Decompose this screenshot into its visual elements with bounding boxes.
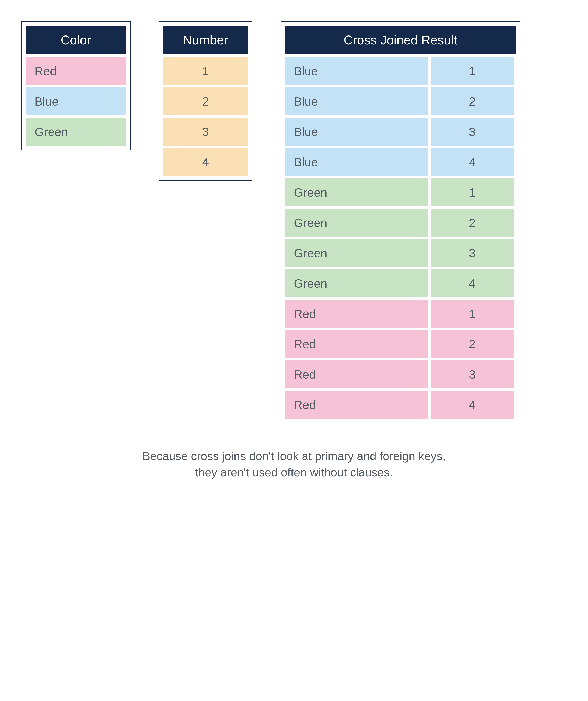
result-color-cell: Green	[285, 239, 428, 267]
number-row: 3	[163, 118, 248, 146]
caption: Because cross joins don't look at primar…	[21, 448, 567, 481]
result-row: Green3	[285, 239, 516, 267]
result-color-cell: Blue	[285, 118, 428, 146]
result-number-cell: 1	[431, 300, 514, 328]
result-row: Red3	[285, 361, 516, 388]
result-color-cell: Blue	[285, 148, 428, 176]
result-number-cell: 4	[431, 269, 514, 297]
result-color-cell: Red	[285, 361, 428, 388]
result-number-cell: 3	[431, 239, 514, 267]
result-number-cell: 4	[431, 391, 514, 419]
result-row: Green2	[285, 209, 516, 237]
result-color-cell: Red	[285, 391, 428, 419]
result-row: Blue3	[285, 118, 516, 146]
result-color-cell: Red	[285, 330, 428, 358]
result-number-cell: 2	[431, 209, 514, 237]
number-row: 4	[163, 148, 248, 176]
number-row: 1	[163, 57, 248, 85]
color-row: Blue	[26, 87, 126, 115]
result-number-cell: 1	[431, 179, 514, 206]
result-table: Cross Joined Result Blue1Blue2Blue3Blue4…	[280, 21, 521, 423]
result-number-cell: 3	[431, 118, 514, 146]
result-row: Blue1	[285, 57, 516, 85]
color-table: Color RedBlueGreen	[21, 21, 131, 150]
result-number-cell: 2	[431, 330, 514, 358]
color-row: Green	[26, 118, 126, 146]
diagram-page: Color RedBlueGreen Number 1234 Cross Joi…	[0, 0, 588, 495]
tables-row: Color RedBlueGreen Number 1234 Cross Joi…	[21, 21, 567, 423]
result-row: Green1	[285, 179, 516, 206]
result-number-cell: 3	[431, 361, 514, 388]
number-table-body: 1234	[163, 57, 248, 176]
result-row: Red4	[285, 391, 516, 419]
result-color-cell: Green	[285, 269, 428, 297]
caption-line-2: they aren't used often without clauses.	[195, 466, 393, 479]
color-row: Red	[26, 57, 126, 85]
result-table-body: Blue1Blue2Blue3Blue4Green1Green2Green3Gr…	[285, 57, 516, 419]
result-number-cell: 4	[431, 148, 514, 176]
color-table-header: Color	[26, 26, 126, 54]
result-table-header: Cross Joined Result	[285, 26, 516, 54]
number-row: 2	[163, 87, 248, 115]
result-row: Red2	[285, 330, 516, 358]
result-color-cell: Blue	[285, 57, 428, 85]
result-row: Blue4	[285, 148, 516, 176]
result-color-cell: Blue	[285, 87, 428, 115]
result-number-cell: 1	[431, 57, 514, 85]
result-row: Red1	[285, 300, 516, 328]
caption-line-1: Because cross joins don't look at primar…	[142, 450, 445, 463]
result-row: Green4	[285, 269, 516, 297]
number-table-header: Number	[163, 26, 248, 54]
result-number-cell: 2	[431, 87, 514, 115]
result-row: Blue2	[285, 87, 516, 115]
result-color-cell: Red	[285, 300, 428, 328]
result-color-cell: Green	[285, 209, 428, 237]
color-table-body: RedBlueGreen	[26, 57, 126, 146]
number-table: Number 1234	[159, 21, 252, 181]
result-color-cell: Green	[285, 179, 428, 206]
